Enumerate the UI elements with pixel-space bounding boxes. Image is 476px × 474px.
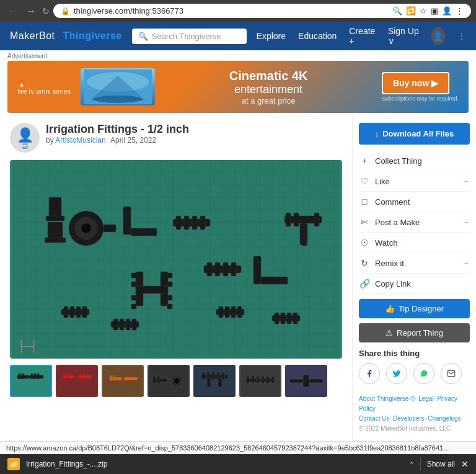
thing-header: 👤 🆕 Irrigation Fittings - 1/2 inch by Ar… (10, 123, 342, 153)
report-thing-button[interactable]: ⚠ Report Thing (359, 323, 470, 342)
nav-explore[interactable]: Explore (257, 31, 286, 41)
developers-link[interactable]: Developers (393, 415, 425, 422)
thing-info: Irrigation Fittings - 1/2 inch by Artist… (46, 123, 189, 145)
svg-rect-137 (157, 376, 160, 383)
address-bar[interactable]: 🔒 thingiverse.com/thing:5366773 🔍 🔁 ☆ ▣ … (53, 4, 471, 18)
legal-link[interactable]: Legal (418, 395, 433, 402)
svg-rect-78 (231, 262, 236, 276)
thumbnail-6[interactable] (239, 365, 281, 397)
svg-rect-119 (31, 373, 33, 379)
tip-designer-button[interactable]: 👍 Tip Designer (359, 299, 470, 318)
nav-links: Explore Education Create + Sign Up ∨ 👤 ⋮ (257, 26, 466, 46)
svg-rect-108 (281, 313, 285, 324)
remix-arrow: → (462, 259, 470, 267)
remix-action-left: ↻ Remix it (359, 258, 404, 268)
collect-icon: + (359, 156, 370, 166)
svg-rect-102 (219, 306, 223, 318)
svg-rect-56 (123, 207, 131, 213)
nav-education[interactable]: Education (298, 31, 337, 41)
svg-rect-95 (82, 306, 87, 318)
author-link[interactable]: ArtistoMusician (55, 136, 105, 145)
post-make-left: ✄ Post a Make (359, 217, 420, 227)
svg-rect-104 (231, 306, 236, 318)
fitting-photo (10, 160, 342, 359)
svg-rect-87 (314, 213, 319, 226)
facebook-share-button[interactable] (359, 363, 380, 384)
ad-image (81, 68, 155, 105)
svg-rect-146 (222, 372, 224, 380)
search-bar[interactable]: 🔍 Search Thingiverse (132, 29, 247, 44)
download-expand-chevron[interactable]: ⌃ (409, 461, 414, 468)
like-label: Like (375, 177, 390, 186)
whatsapp-share-button[interactable] (413, 363, 434, 384)
lock-icon: 🔒 (61, 7, 70, 16)
thumbnail-7[interactable] (285, 365, 327, 397)
content-left: 👤 🆕 Irrigation Fittings - 1/2 inch by Ar… (0, 115, 352, 441)
svg-rect-159 (308, 379, 323, 383)
status-bar: https://www.amazon.ca/dp/B08T6LD72Q/&ref… (0, 441, 476, 454)
svg-rect-73 (167, 304, 172, 309)
ad-brand: 🔥 fire tv omni series (17, 79, 71, 95)
like-action[interactable]: ♡ Like → (359, 171, 470, 192)
svg-rect-54 (123, 210, 131, 235)
comment-label: Comment (375, 197, 410, 207)
svg-rect-93 (70, 306, 74, 318)
email-share-button[interactable] (441, 363, 462, 384)
back-button[interactable]: ← (5, 4, 20, 18)
footer-links: About Thingiverse ®· Legal· Privacy Poli… (359, 394, 470, 434)
search-placeholder: Search Thingiverse (152, 32, 221, 41)
svg-rect-109 (287, 313, 291, 324)
by-text: by (46, 136, 54, 145)
ad-brand-fire: 🔥 fire tv omni series (17, 79, 71, 95)
main-content: 👤 🆕 Irrigation Fittings - 1/2 inch by Ar… (0, 115, 476, 441)
twitter-share-button[interactable] (386, 363, 407, 384)
more-menu-icon[interactable]: ⋮ (457, 31, 466, 41)
collect-thing-action[interactable]: + Collect Thing (359, 151, 470, 171)
nav-create[interactable]: Create + (349, 26, 376, 46)
ad-buy-button[interactable]: Buy now ▶ (382, 72, 449, 94)
copy-link-action[interactable]: 🔗 Copy Link (359, 274, 470, 294)
user-avatar[interactable]: 👤 (431, 27, 445, 45)
svg-rect-67 (131, 282, 136, 287)
thumbnail-5[interactable] (193, 365, 236, 397)
collect-action-left: + Collect Thing (359, 156, 422, 166)
browser-chrome: ← → ↻ 🔒 thingiverse.com/thing:5366773 🔍 … (0, 0, 476, 22)
thumbnail-1[interactable] (10, 365, 52, 397)
thumb-img-5 (195, 366, 234, 396)
svg-rect-107 (275, 313, 279, 324)
forward-button[interactable]: → (24, 4, 38, 18)
svg-rect-147 (207, 378, 211, 387)
thumbnail-4[interactable] (148, 365, 190, 397)
svg-rect-69 (131, 304, 136, 309)
svg-rect-88 (302, 225, 307, 230)
svg-rect-47 (46, 216, 64, 221)
post-make-action[interactable]: ✄ Post a Make → (359, 212, 470, 233)
svg-rect-65 (136, 286, 168, 293)
about-link[interactable]: About Thingiverse ® (359, 395, 415, 402)
close-download-button[interactable]: ✕ (461, 459, 469, 469)
svg-rect-113 (33, 340, 34, 352)
copyright: © 2022 MakerBot Industries, LLC (359, 424, 470, 434)
contact-link[interactable]: Contact Us (359, 415, 389, 422)
svg-rect-99 (126, 319, 130, 330)
main-image (10, 160, 342, 359)
svg-rect-154 (262, 376, 264, 383)
svg-rect-133 (124, 377, 138, 380)
thumbnail-3[interactable] (102, 365, 144, 397)
download-all-button[interactable]: ↓ Download All Files (359, 123, 470, 145)
share-icons (359, 363, 470, 384)
nav-signup[interactable]: Sign Up ∨ (388, 26, 419, 46)
remix-action[interactable]: ↻ Remix it → (359, 253, 470, 274)
reload-button[interactable]: ↻ (42, 6, 50, 16)
svg-rect-75 (207, 262, 212, 276)
thumbnail-2[interactable] (56, 365, 98, 397)
comment-action[interactable]: □ Comment (359, 192, 470, 212)
search-icon: 🔍 (138, 32, 148, 41)
eye-icon: ☉ (359, 238, 370, 248)
watch-action[interactable]: ☉ Watch (359, 233, 470, 253)
watch-label: Watch (375, 238, 397, 248)
ad-banner[interactable]: 🔥 fire tv omni series Cinematic 4K enter… (7, 61, 469, 113)
show-all-button[interactable]: Show all (427, 460, 455, 468)
ad-label: Advertisement (7, 53, 469, 60)
changelogs-link[interactable]: Changelogs (428, 415, 461, 422)
